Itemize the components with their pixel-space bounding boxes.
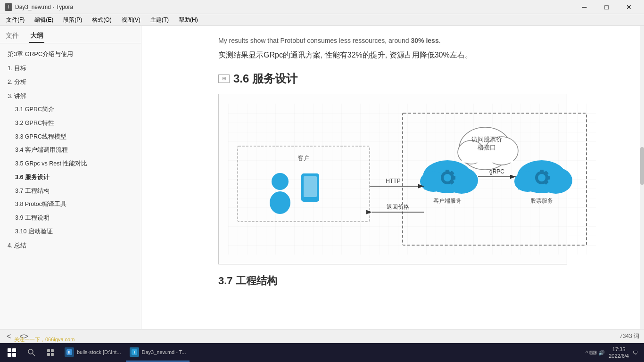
svg-text:B: B	[68, 350, 70, 354]
menu-format[interactable]: 格式(O)	[88, 15, 115, 25]
heading-icon-36: ⊞	[218, 74, 230, 83]
minimize-button[interactable]: ─	[574, 0, 595, 14]
outline-item-12[interactable]: 3.9 工程说明	[0, 211, 141, 225]
svg-point-30	[538, 174, 545, 181]
task-view-button[interactable]	[42, 343, 59, 362]
app-icon: T	[5, 3, 12, 11]
taskbar-apps: B bulls-stock [D:\Int... T Day3_new.md -…	[61, 344, 190, 362]
svg-text:股票服务: 股票服务	[530, 197, 553, 204]
svg-text:T: T	[133, 350, 136, 354]
outline-item-14[interactable]: 4. 总结	[0, 239, 141, 253]
svg-text:访问股票价: 访问股票价	[471, 136, 502, 143]
sidebar: 文件 大纲 第3章 GRPC介绍与使用 1. 目标 2. 分析 3. 讲解 3.…	[0, 26, 141, 329]
svg-line-45	[33, 354, 35, 356]
search-button[interactable]	[23, 343, 40, 362]
title-bar-title: Day3_new.md - Typora	[15, 4, 73, 10]
svg-point-11	[270, 191, 290, 214]
taskbar: B bulls-stock [D:\Int... T Day3_new.md -…	[0, 343, 644, 362]
svg-rect-47	[51, 349, 54, 352]
heading-36: ⊞ 3.6 服务设计	[218, 71, 567, 86]
text-chinese: 实测结果显示GRpc的通讯方案, 性能有32%的提升, 资源占用降低30%左右。	[218, 49, 567, 61]
editor-area[interactable]: My results show that Protobuf consumes l…	[141, 26, 644, 329]
taskbar-time-line2: 2022/6/4	[609, 353, 629, 359]
outline-item-1[interactable]: 1. 目标	[0, 61, 141, 75]
svg-text:HTTP: HTTP	[386, 178, 400, 184]
outline-item-4[interactable]: 3.1 GPRC简介	[0, 103, 141, 116]
maximize-button[interactable]: □	[596, 0, 617, 14]
close-button[interactable]: ✕	[618, 0, 639, 14]
taskbar-app-1[interactable]: T Day3_new.md - T...	[126, 344, 190, 362]
bottom-right: 7343 词	[619, 332, 639, 340]
taskbar-time-line1: 17:35	[609, 346, 629, 353]
svg-point-19	[444, 174, 451, 181]
outline-item-0[interactable]: 第3章 GRPC介绍与使用	[0, 47, 141, 61]
tab-outline[interactable]: 大纲	[29, 30, 44, 43]
svg-rect-48	[47, 353, 50, 356]
taskbar-app-0[interactable]: B bulls-stock [D:\Int...	[61, 344, 125, 362]
svg-text:格接口: 格接口	[477, 144, 496, 151]
svg-rect-46	[47, 349, 50, 352]
notification-icon[interactable]: 🗨	[633, 350, 638, 355]
outline-item-9[interactable]: 3.6 服务设计	[0, 171, 141, 184]
typora-icon: T	[131, 349, 138, 355]
start-button[interactable]	[2, 343, 21, 362]
windows-icon	[8, 348, 16, 357]
menu-view[interactable]: 视图(V)	[118, 15, 144, 25]
menu-help[interactable]: 帮助(H)	[175, 15, 202, 25]
watermark: 关注一一下，066igva.com	[14, 336, 74, 343]
tab-files[interactable]: 文件	[5, 30, 20, 43]
menu-file[interactable]: 文件(F)	[2, 15, 28, 25]
title-bar-left: T Day3_new.md - Typora	[5, 3, 73, 11]
tray-icons: ^ ⌨ 🔊	[586, 350, 605, 356]
menu-theme[interactable]: 主题(T)	[147, 15, 173, 25]
outline-item-11[interactable]: 3.8 Protoc编译工具	[0, 197, 141, 211]
back-button[interactable]: <	[5, 332, 13, 341]
editor-content: My results show that Protobuf consumes l…	[190, 26, 595, 314]
word-count: 7343 词	[619, 332, 639, 340]
taskbar-right: ^ ⌨ 🔊 17:35 2022/6/4 🗨	[586, 346, 642, 360]
outline-item-8[interactable]: 3.5 GRpc vs Rest 性能对比	[0, 157, 141, 171]
architecture-diagram: 访问股票价 格接口 客户	[228, 104, 596, 255]
heading-37-text: 3.7 工程结构	[218, 275, 277, 287]
outline-item-3[interactable]: 3. 讲解	[0, 89, 141, 103]
svg-rect-31	[540, 170, 544, 173]
heading-36-text: 3.6 服务设计	[233, 71, 297, 86]
outline-item-5[interactable]: 3.2 GPRC特性	[0, 116, 141, 130]
outline-item-7[interactable]: 3.4 客户端调用流程	[0, 143, 141, 157]
taskbar-app-0-label: bulls-stock [D:\Int...	[77, 349, 121, 355]
outline-item-2[interactable]: 2. 分析	[0, 75, 141, 89]
svg-rect-33	[546, 176, 550, 180]
outline-item-10[interactable]: 3.7 工程结构	[0, 184, 141, 198]
svg-text:返回价格: 返回价格	[387, 204, 409, 210]
task-view-icon	[47, 349, 54, 356]
svg-rect-22	[452, 176, 455, 180]
menu-edit[interactable]: 编辑(E)	[31, 15, 57, 25]
sidebar-tabs: 文件 大纲	[0, 26, 141, 43]
title-bar-controls: ─ □ ✕	[574, 0, 639, 14]
svg-text:客户: 客户	[297, 155, 310, 162]
heading-37: 3.7 工程结构	[218, 274, 567, 288]
taskbar-time[interactable]: 17:35 2022/6/4	[609, 346, 629, 360]
svg-rect-49	[51, 353, 54, 356]
scrollbar[interactable]	[640, 26, 644, 329]
scrollbar-thumb[interactable]	[640, 147, 644, 185]
app-icon-0: B	[65, 347, 74, 357]
svg-point-44	[28, 349, 33, 354]
taskbar-app-1-label: Day3_new.md - T...	[142, 349, 186, 355]
outline-item-6[interactable]: 3.3 GPRC线程模型	[0, 130, 141, 144]
outline-item-13[interactable]: 3.10 启动验证	[0, 225, 141, 239]
menu-bar: 文件(F) 编辑(E) 段落(P) 格式(O) 视图(V) 主题(T) 帮助(H…	[0, 14, 644, 26]
menu-paragraph[interactable]: 段落(P)	[59, 15, 86, 25]
title-bar: T Day3_new.md - Typora ─ □ ✕	[0, 0, 644, 14]
bulls-icon: B	[66, 349, 73, 355]
svg-rect-13	[304, 176, 317, 197]
app-icon-1: T	[130, 347, 139, 357]
svg-point-10	[272, 173, 289, 190]
sidebar-content[interactable]: 第3章 GRPC介绍与使用 1. 目标 2. 分析 3. 讲解 3.1 GPRC…	[0, 43, 141, 329]
svg-rect-20	[446, 170, 449, 173]
svg-text:gRPC: gRPC	[489, 168, 504, 175]
main-layout: 文件 大纲 第3章 GRPC介绍与使用 1. 目标 2. 分析 3. 讲解 3.…	[0, 26, 644, 329]
text-english: My results show that Protobuf consumes l…	[218, 35, 567, 46]
svg-text:客户端服务: 客户端服务	[433, 197, 462, 204]
search-icon	[28, 349, 35, 356]
